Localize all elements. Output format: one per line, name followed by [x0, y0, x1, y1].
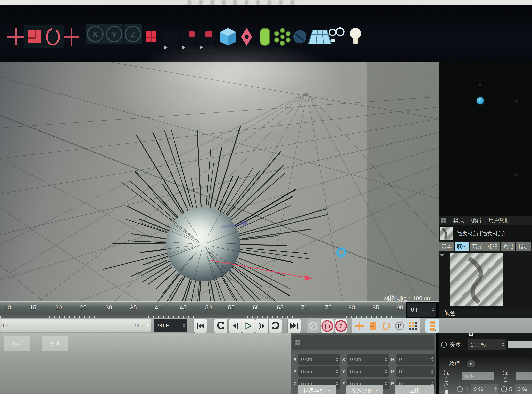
add-cube-button[interactable] [217, 25, 239, 48]
tab-assign[interactable]: 指定 [516, 242, 531, 251]
record-button[interactable] [307, 319, 320, 332]
list-icon [429, 321, 436, 331]
tab-color[interactable]: 颜色 [455, 242, 469, 251]
tab-specular[interactable]: 高光 [470, 242, 485, 251]
rotation-h-field[interactable]: 0 ° [397, 354, 435, 365]
key-scale-button[interactable] [367, 319, 379, 332]
blend-amount-field[interactable] [516, 372, 532, 380]
timeline-list-button[interactable] [425, 319, 439, 332]
sphere-object[interactable] [166, 207, 240, 281]
next-frame-button[interactable] [255, 319, 268, 333]
color-section-header: 颜色 [444, 309, 455, 317]
brightness-radio-icon[interactable] [441, 342, 447, 348]
render-picture-viewer-button[interactable] [181, 30, 196, 52]
saturation-label: S [509, 386, 512, 392]
scale-tool-icon[interactable] [24, 25, 45, 48]
object-dot-icon [515, 174, 517, 176]
render-settings-button[interactable] [198, 30, 214, 52]
sphere-object-icon[interactable] [477, 97, 484, 104]
prev-frame-button[interactable] [229, 319, 242, 333]
key-rotation-button[interactable] [380, 319, 393, 332]
goto-start-icon [196, 322, 205, 329]
spinner-icon[interactable] [182, 324, 186, 328]
object-manager-panel[interactable] [439, 62, 532, 216]
menu-edit[interactable]: 编辑 [471, 217, 481, 224]
frame-range-slider[interactable]: 0 F 90 F [0, 319, 151, 332]
ruler-mark: 45 [180, 304, 186, 311]
render-view-button[interactable] [163, 30, 178, 52]
goto-end-button[interactable] [288, 319, 300, 333]
spinner-icon[interactable] [431, 308, 435, 312]
keyframe-selection-button[interactable]: ? [335, 319, 347, 332]
position-y-field[interactable]: 0 cm [299, 366, 340, 377]
ruler-mark: 55 [228, 304, 235, 311]
panel-grip-icon[interactable] [295, 340, 300, 345]
size-y-field[interactable]: 0 cm [347, 366, 389, 377]
rotation-key-icon [382, 321, 390, 330]
cursor-ring [337, 248, 346, 257]
coord-label: H [390, 356, 396, 362]
current-frame-field[interactable]: 0 F [407, 303, 436, 316]
end-frame-value: 90 F [158, 322, 169, 329]
brightness-value-field[interactable]: 100 % [468, 339, 506, 350]
tab-illumination[interactable]: 光照 [501, 242, 515, 251]
play-button[interactable] [242, 319, 255, 333]
coord-label: X [292, 356, 298, 362]
light-button[interactable] [345, 25, 366, 48]
clapper-icon [205, 31, 212, 37]
matman-tab-function[interactable]: 功能 [4, 336, 30, 351]
material-thumbnail[interactable] [440, 227, 453, 240]
blend-mode-dropdown[interactable]: 标准 [462, 372, 494, 380]
matman-tab-texture[interactable]: 纹理 [42, 336, 68, 351]
key-pla-button[interactable] [407, 319, 419, 332]
y-axis-lock-button[interactable]: Y [105, 24, 123, 44]
tab-thickness[interactable]: 粗细 [486, 242, 500, 251]
ruler-mark: 20 [55, 304, 62, 311]
preview-collapse-icon[interactable] [440, 254, 444, 257]
world-coords-dropdown[interactable]: 世界坐标 [298, 385, 336, 394]
material-preview[interactable] [450, 253, 503, 306]
next-frame-icon [258, 322, 265, 329]
saturation-variation-field[interactable]: 0 % [515, 384, 532, 394]
menu-mode[interactable]: 模式 [453, 217, 464, 224]
prev-key-button[interactable] [214, 319, 227, 333]
axis-lock-tool-icon[interactable] [61, 25, 82, 48]
spinner-icon[interactable] [494, 387, 497, 391]
rotate-tool-icon[interactable] [42, 25, 64, 48]
apply-button[interactable]: 应用 [395, 385, 434, 394]
end-frame-field[interactable]: 90 F [154, 319, 187, 332]
hue-variation-field[interactable]: 0 % [471, 384, 498, 394]
object-expand-icon[interactable] [479, 83, 481, 86]
cropped-text-smudge [188, 0, 302, 5]
ruler-mark: 65 [277, 304, 284, 311]
photo-top-strip [0, 0, 532, 5]
coordinate-system-icon[interactable] [144, 25, 158, 48]
texture-browse-button[interactable] [467, 360, 475, 368]
key-position-button[interactable] [353, 319, 366, 332]
spinner-icon[interactable] [501, 343, 505, 347]
key-parameter-button[interactable]: P [393, 319, 406, 332]
hue-radio-icon[interactable] [457, 386, 463, 392]
x-axis-lock-button[interactable]: X [86, 24, 105, 44]
variation-row: 变量 H 0 % S 0 % [439, 383, 532, 394]
brightness-slider[interactable] [508, 341, 532, 348]
panel-grip-icon[interactable] [441, 218, 446, 223]
z-axis-lock-button[interactable]: Z [124, 24, 142, 44]
saturation-radio-icon[interactable] [501, 386, 507, 392]
camera-button[interactable] [325, 25, 346, 48]
autokey-button[interactable]: ( ) [321, 319, 334, 332]
rotation-p-field[interactable]: 0 ° [397, 366, 435, 377]
goto-start-button[interactable] [194, 319, 207, 333]
menu-user-data[interactable]: 用户数据 [488, 217, 510, 224]
ruler-mark: 75 [325, 304, 332, 311]
next-key-button[interactable] [269, 319, 282, 333]
coords-row-x: X 0 cm X 0 cm H 0 ° [292, 354, 434, 365]
position-x-field[interactable]: 0 cm [299, 354, 340, 365]
size-x-field[interactable]: 0 cm [347, 354, 389, 365]
tab-basic[interactable]: 基本 [439, 242, 454, 251]
move-tool-icon[interactable] [5, 25, 27, 48]
pla-dots-icon [408, 321, 418, 331]
timeline-ruler[interactable]: 10 15 20 25 30 35 40 45 50 55 60 65 70 7… [0, 302, 406, 318]
scale-mode-dropdown[interactable]: 缩放比例 [346, 385, 383, 394]
object-dot-icon [515, 100, 517, 103]
